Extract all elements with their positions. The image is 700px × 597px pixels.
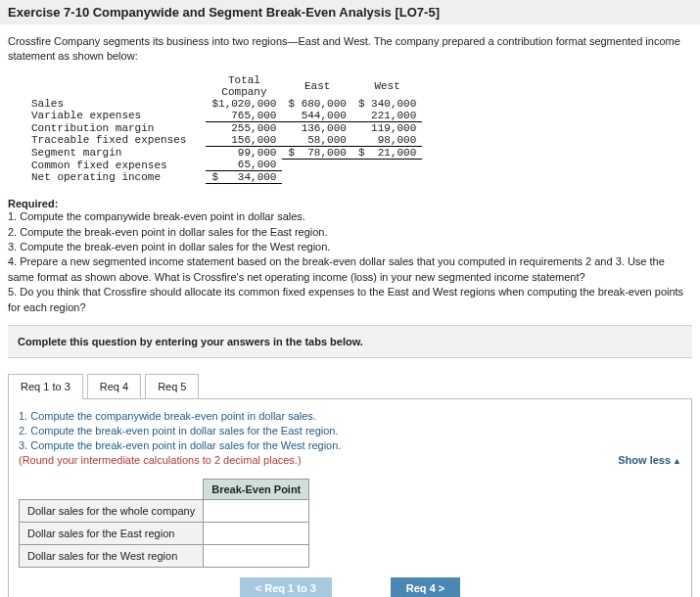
tab-req-5[interactable]: Req 5	[145, 374, 199, 399]
tab-instr-round: (Round your intermediate calculations to…	[19, 453, 681, 468]
tab-content: 1. Compute the companywide break-even po…	[8, 398, 692, 597]
row-trace-east: 58,000	[282, 134, 351, 147]
required-heading: Required:	[8, 198, 692, 209]
tab-instr-line2: 2. Compute the break-even point in dolla…	[19, 424, 681, 438]
tab-instruction: 1. Compute the companywide break-even po…	[19, 409, 681, 467]
tab-req-4[interactable]: Req 4	[87, 374, 141, 399]
row-sales-west: $ 340,000	[352, 98, 422, 110]
row-trace-west: 98,000	[352, 134, 422, 147]
answer-input-company[interactable]	[204, 500, 309, 523]
tab-instr-line1: 1. Compute the companywide break-even po…	[19, 409, 681, 424]
nav-prev-label: Req 1 to 3	[264, 582, 316, 594]
answer-table: Break-Even Point Dollar sales for the wh…	[19, 479, 309, 568]
row-trace-label: Traceable fixed expenses	[25, 134, 206, 147]
answer-row-west-label: Dollar sales for the West region	[20, 545, 204, 568]
answer-input-west[interactable]	[204, 545, 309, 568]
row-trace-total: 156,000	[206, 134, 282, 147]
row-cm-total: 255,000	[206, 121, 282, 134]
row-common-total: 65,000	[206, 159, 282, 171]
answer-row-east-label: Dollar sales for the East region	[20, 523, 204, 545]
row-varexp-total: 765,000	[206, 110, 282, 122]
exercise-title: Exercise 7-10 Companywide and Segment Br…	[0, 0, 700, 24]
nav-next-label: Req 4	[406, 582, 436, 594]
instruction-box: Complete this question by entering your …	[8, 325, 692, 358]
row-cm-west: 119,000	[352, 121, 422, 134]
row-varexp-west: 221,000	[352, 110, 422, 122]
nav-buttons: < Req 1 to 3 Req 4 >	[19, 577, 681, 597]
row-segmargin-east: $ 78,000	[282, 146, 351, 159]
row-sales-label: Sales	[25, 98, 206, 110]
row-noi-label: Net operating income	[25, 171, 206, 184]
nav-prev-button[interactable]: < Req 1 to 3	[240, 577, 332, 597]
col-east: East	[282, 74, 351, 98]
row-sales-total: $1,020,000	[206, 98, 282, 110]
row-segmargin-total: 99,000	[206, 146, 282, 159]
tab-instr-line3: 3. Compute the break-even point in dolla…	[19, 438, 681, 453]
row-common-label: Common fixed expenses	[25, 159, 206, 171]
intro-text: Crossfire Company segments its business …	[8, 34, 692, 65]
row-varexp-east: 544,000	[282, 110, 351, 122]
col-west: West	[352, 74, 422, 98]
row-segmargin-label: Segment margin	[25, 146, 206, 159]
answer-input-east[interactable]	[204, 523, 309, 545]
col-total: TotalCompany	[206, 74, 282, 98]
chevron-right-icon: >	[439, 582, 444, 594]
chevron-left-icon: <	[256, 582, 261, 594]
income-statement-table: TotalCompany East West Sales $1,020,000 …	[25, 74, 422, 185]
answer-header: Break-Even Point	[204, 480, 309, 500]
row-cm-east: 136,000	[282, 121, 351, 134]
required-list: 1. Compute the companywide break-even po…	[8, 209, 692, 315]
answer-row-company-label: Dollar sales for the whole company	[20, 500, 204, 523]
show-less-toggle[interactable]: Show less	[618, 454, 681, 466]
row-segmargin-west: $ 21,000	[352, 146, 422, 159]
nav-next-button[interactable]: Req 4 >	[391, 577, 460, 597]
row-cm-label: Contribution margin	[25, 121, 206, 134]
tabs-container: Req 1 to 3 Req 4 Req 5	[8, 374, 692, 399]
row-noi-total: $ 34,000	[206, 171, 282, 184]
row-varexp-label: Variable expenses	[25, 110, 206, 122]
tab-req-1-to-3[interactable]: Req 1 to 3	[8, 374, 83, 399]
row-sales-east: $ 680,000	[282, 98, 351, 110]
